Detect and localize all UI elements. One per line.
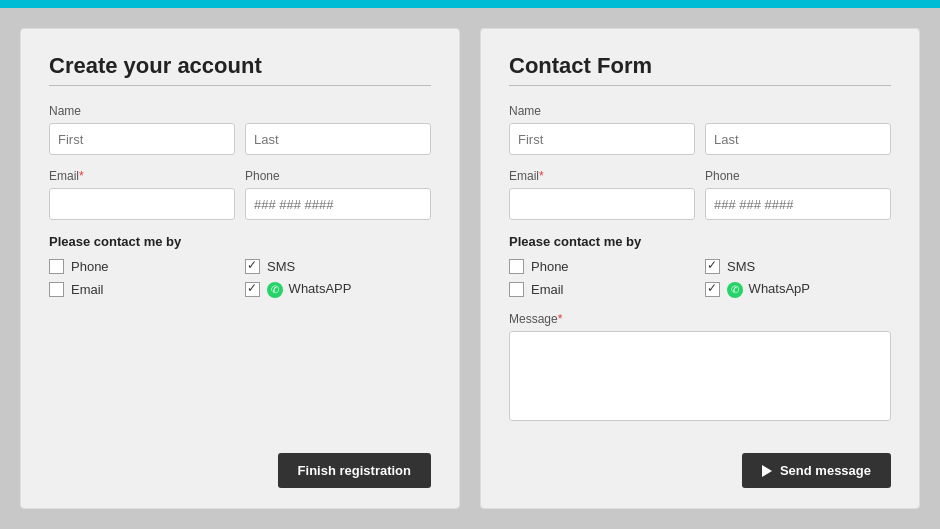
forms-container: Create your account Name Email* Phone Pl… bbox=[0, 8, 940, 529]
contact-last-name[interactable] bbox=[705, 123, 891, 155]
registration-whatsapp-check-item: ✆ WhatsAPP bbox=[245, 281, 431, 298]
contact-name-label: Name bbox=[509, 104, 891, 118]
contact-title: Contact Form bbox=[509, 53, 891, 79]
contact-sms-checkbox[interactable] bbox=[705, 259, 720, 274]
contact-email-label: Email* bbox=[509, 169, 695, 183]
top-bar bbox=[0, 0, 940, 8]
registration-email-checkbox[interactable] bbox=[49, 282, 64, 297]
whatsapp-icon-registration: ✆ bbox=[267, 282, 283, 298]
contact-message-textarea[interactable] bbox=[509, 331, 891, 421]
contact-email-phone-row: Email* Phone bbox=[509, 169, 891, 220]
contact-divider bbox=[509, 85, 891, 86]
contact-phone-check-label: Phone bbox=[531, 259, 569, 274]
registration-phone-input[interactable] bbox=[245, 188, 431, 220]
contact-submit-label: Send message bbox=[780, 463, 871, 478]
contact-whatsapp-check-item: ✆ WhatsApP bbox=[705, 281, 891, 298]
registration-form: Create your account Name Email* Phone Pl… bbox=[20, 28, 460, 509]
contact-first-name[interactable] bbox=[509, 123, 695, 155]
registration-email-check-item: Email bbox=[49, 281, 235, 298]
contact-footer: Send message bbox=[509, 443, 891, 488]
registration-email-label: Email* bbox=[49, 169, 235, 183]
registration-phone-check-label: Phone bbox=[71, 259, 109, 274]
contact-phone-check-item: Phone bbox=[509, 259, 695, 274]
registration-divider bbox=[49, 85, 431, 86]
registration-sms-checkbox[interactable] bbox=[245, 259, 260, 274]
registration-name-label: Name bbox=[49, 104, 431, 118]
contact-phone-group: Phone bbox=[705, 169, 891, 220]
registration-sms-check-item: SMS bbox=[245, 259, 431, 274]
contact-email-check-item: Email bbox=[509, 281, 695, 298]
registration-phone-group: Phone bbox=[245, 169, 431, 220]
registration-submit-button[interactable]: Finish registration bbox=[278, 453, 431, 488]
send-icon bbox=[762, 465, 772, 477]
registration-checkbox-grid: Phone SMS Email ✆ WhatsAPP bbox=[49, 259, 431, 298]
registration-last-name[interactable] bbox=[245, 123, 431, 155]
registration-title: Create your account bbox=[49, 53, 431, 79]
contact-sms-check-label: SMS bbox=[727, 259, 755, 274]
registration-contact-by-label: Please contact me by bbox=[49, 234, 431, 249]
registration-name-row bbox=[49, 123, 431, 155]
contact-email-checkbox[interactable] bbox=[509, 282, 524, 297]
contact-checkbox-grid: Phone SMS Email ✆ WhatsApP bbox=[509, 259, 891, 298]
registration-phone-checkbox[interactable] bbox=[49, 259, 64, 274]
registration-phone-label: Phone bbox=[245, 169, 431, 183]
whatsapp-icon-contact: ✆ bbox=[727, 282, 743, 298]
contact-form: Contact Form Name Email* Phone Please co… bbox=[480, 28, 920, 509]
contact-name-row bbox=[509, 123, 891, 155]
contact-phone-input[interactable] bbox=[705, 188, 891, 220]
contact-phone-checkbox[interactable] bbox=[509, 259, 524, 274]
registration-footer: Finish registration bbox=[49, 443, 431, 488]
registration-first-name[interactable] bbox=[49, 123, 235, 155]
registration-whatsapp-check-label: ✆ WhatsAPP bbox=[267, 281, 351, 298]
contact-email-input[interactable] bbox=[509, 188, 695, 220]
registration-whatsapp-checkbox[interactable] bbox=[245, 282, 260, 297]
contact-submit-button[interactable]: Send message bbox=[742, 453, 891, 488]
contact-email-group: Email* bbox=[509, 169, 695, 220]
registration-sms-check-label: SMS bbox=[267, 259, 295, 274]
registration-submit-label: Finish registration bbox=[298, 463, 411, 478]
page-wrapper: Create your account Name Email* Phone Pl… bbox=[0, 0, 940, 529]
contact-email-check-label: Email bbox=[531, 282, 564, 297]
registration-email-input[interactable] bbox=[49, 188, 235, 220]
contact-message-label: Message* bbox=[509, 312, 891, 326]
registration-email-check-label: Email bbox=[71, 282, 104, 297]
registration-email-phone-row: Email* Phone bbox=[49, 169, 431, 220]
registration-phone-check-item: Phone bbox=[49, 259, 235, 274]
contact-whatsapp-check-label: ✆ WhatsApP bbox=[727, 281, 810, 298]
contact-sms-check-item: SMS bbox=[705, 259, 891, 274]
contact-phone-label: Phone bbox=[705, 169, 891, 183]
contact-whatsapp-checkbox[interactable] bbox=[705, 282, 720, 297]
contact-contact-by-label: Please contact me by bbox=[509, 234, 891, 249]
registration-email-group: Email* bbox=[49, 169, 235, 220]
contact-message-group: Message* bbox=[509, 312, 891, 424]
